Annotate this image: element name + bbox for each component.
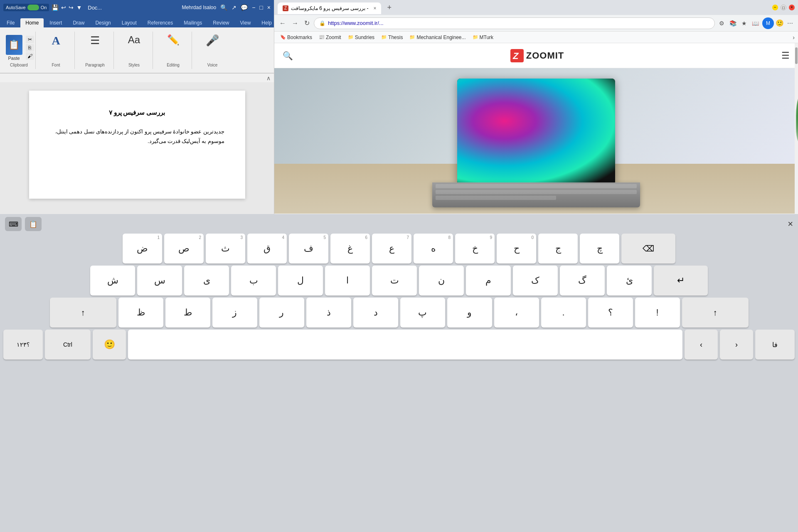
bookmark-zoomit[interactable]: 📰 Zoomit bbox=[316, 34, 344, 41]
tab-file[interactable]: File bbox=[2, 18, 20, 27]
key-zayn[interactable]: ز bbox=[212, 298, 257, 328]
key-1-dad[interactable]: 1 ض bbox=[123, 234, 162, 264]
favorites-button[interactable]: ★ bbox=[740, 18, 749, 28]
share-icon[interactable]: ↗ bbox=[232, 4, 236, 11]
key-ra[interactable]: ر bbox=[259, 298, 304, 328]
browser-close-button[interactable]: × bbox=[789, 5, 795, 10]
collapse-ribbon-button[interactable]: ∧ bbox=[266, 75, 271, 81]
keyboard-layout-icon[interactable]: ⌨ bbox=[5, 217, 22, 231]
key-5-fa[interactable]: 5 ف bbox=[289, 234, 328, 264]
key-arrow-right[interactable]: › bbox=[720, 330, 753, 360]
key-backspace[interactable]: ⌫ bbox=[621, 234, 675, 264]
key-arrow-left[interactable]: ‹ bbox=[685, 330, 718, 360]
bookmark-sundries[interactable]: 📁 Sundries bbox=[345, 34, 377, 41]
smiley-icon[interactable]: 🙂 bbox=[776, 19, 784, 27]
key-mim[interactable]: م bbox=[466, 266, 511, 296]
tab-view[interactable]: View bbox=[235, 18, 256, 27]
zoomit-search-icon[interactable]: 🔍 bbox=[283, 51, 293, 61]
format-painter-icon[interactable]: 🖌 bbox=[26, 52, 34, 60]
undo-icon[interactable]: ↩ bbox=[61, 4, 66, 11]
scrollbar-thumb[interactable] bbox=[795, 47, 798, 64]
key-ye[interactable]: ی bbox=[184, 266, 229, 296]
key-zal2[interactable]: ذ bbox=[306, 298, 351, 328]
key-9-khe[interactable]: 9 خ bbox=[455, 234, 495, 264]
dropdown-icon[interactable]: ▼ bbox=[76, 4, 82, 11]
key-3-se[interactable]: 3 ث bbox=[206, 234, 245, 264]
key-waw[interactable]: و bbox=[447, 298, 492, 328]
key-numbers-toggle[interactable]: ؟١٢٣ bbox=[3, 330, 43, 360]
key-ta[interactable]: ط bbox=[165, 298, 210, 328]
collections-button[interactable]: 📚 bbox=[728, 18, 738, 28]
tab-review[interactable]: Review bbox=[208, 18, 234, 27]
document-body[interactable]: جدیدترین عضو خانوادهٔ سرفیس پرو اکنون از… bbox=[50, 127, 224, 146]
zoomit-menu-icon[interactable]: ☰ bbox=[781, 50, 790, 61]
key-shift-left[interactable]: ↑ bbox=[50, 298, 116, 328]
key-shift-right[interactable]: ↑ bbox=[682, 298, 749, 328]
comment-icon[interactable]: 💬 bbox=[241, 4, 248, 11]
key-alef[interactable]: ا bbox=[325, 266, 370, 296]
bookmark-mechanical[interactable]: 📁 Mechanical Enginee... bbox=[407, 34, 468, 41]
maximize-icon[interactable]: □ bbox=[259, 4, 263, 11]
browser-tab-active[interactable]: Z بررسی سرفیس پرو 6 مایکروسافت - × bbox=[278, 2, 381, 14]
reading-view-button[interactable]: 📖 bbox=[750, 18, 761, 28]
copy-icon[interactable]: ⎘ bbox=[26, 44, 34, 52]
key-ctrl[interactable]: Ctrl bbox=[45, 330, 91, 360]
key-jim[interactable]: ج bbox=[538, 234, 578, 264]
more-options-button[interactable]: ⋯ bbox=[786, 18, 795, 28]
key-period[interactable]: . bbox=[541, 298, 586, 328]
font-button[interactable]: A bbox=[50, 33, 62, 48]
key-4-qaf[interactable]: 4 ق bbox=[247, 234, 287, 264]
key-6-ghain[interactable]: 6 غ bbox=[330, 234, 370, 264]
styles-button[interactable]: Aa bbox=[126, 33, 142, 47]
key-lam[interactable]: ل bbox=[278, 266, 323, 296]
key-nun[interactable]: ن bbox=[419, 266, 464, 296]
address-field[interactable]: 🔒 https://www.zoomit.ir/... bbox=[314, 17, 715, 29]
key-8-he[interactable]: 8 ه bbox=[414, 234, 453, 264]
key-che[interactable]: چ bbox=[580, 234, 619, 264]
key-te[interactable]: ت bbox=[372, 266, 417, 296]
key-be[interactable]: ب bbox=[231, 266, 276, 296]
tab-home[interactable]: Home bbox=[20, 18, 44, 27]
minimize-icon[interactable]: − bbox=[252, 4, 255, 11]
user-avatar[interactable]: M bbox=[762, 17, 774, 29]
key-emoji[interactable]: 🙂 bbox=[93, 330, 126, 360]
tab-references[interactable]: References bbox=[143, 18, 178, 27]
key-2-sad[interactable]: 2 ص bbox=[164, 234, 204, 264]
key-comma[interactable]: ، bbox=[494, 298, 539, 328]
key-space[interactable] bbox=[128, 330, 682, 360]
bookmark-mturk[interactable]: 📁 MTurk bbox=[470, 34, 496, 41]
cut-icon[interactable]: ✂ bbox=[26, 36, 34, 43]
redo-icon[interactable]: ↪ bbox=[69, 4, 74, 11]
key-exclaim[interactable]: ! bbox=[635, 298, 680, 328]
paste-button[interactable]: 📋 Paste bbox=[4, 34, 24, 62]
close-icon[interactable]: × bbox=[267, 4, 271, 11]
paragraph-button[interactable]: ☰ bbox=[89, 33, 101, 48]
key-fa-toggle[interactable]: فا bbox=[755, 330, 795, 360]
key-enter[interactable]: ↵ bbox=[654, 266, 708, 296]
tab-design[interactable]: Design bbox=[90, 18, 116, 27]
autosave-toggle[interactable] bbox=[27, 5, 39, 10]
key-gaf[interactable]: گ bbox=[560, 266, 605, 296]
refresh-button[interactable]: ↻ bbox=[303, 17, 311, 29]
extensions-button[interactable]: ⚙ bbox=[717, 18, 726, 28]
bookmark-thesis[interactable]: 📁 Thesis bbox=[379, 34, 405, 41]
forward-button[interactable]: → bbox=[290, 18, 300, 29]
tab-insert[interactable]: Insert bbox=[44, 18, 67, 27]
dictate-button[interactable]: 🎤 bbox=[204, 33, 221, 48]
keyboard-clipboard-icon[interactable]: 📋 bbox=[25, 217, 42, 231]
save-icon[interactable]: 💾 bbox=[52, 4, 59, 11]
search-icon[interactable]: 🔍 bbox=[220, 4, 227, 11]
bookmark-bookmarks[interactable]: 🔖 Bookmarks bbox=[278, 34, 315, 41]
tab-layout[interactable]: Layout bbox=[117, 18, 142, 27]
key-sin[interactable]: س bbox=[137, 266, 182, 296]
editing-button[interactable]: ✏️ bbox=[165, 33, 181, 47]
key-kaf[interactable]: ک bbox=[513, 266, 558, 296]
back-button[interactable]: ← bbox=[278, 18, 288, 29]
keyboard-close-button[interactable]: × bbox=[788, 219, 793, 229]
browser-maximize-button[interactable]: □ bbox=[781, 5, 786, 10]
tab-draw[interactable]: Draw bbox=[68, 18, 89, 27]
key-ye-hamze[interactable]: ئ bbox=[607, 266, 652, 296]
new-tab-button[interactable]: + bbox=[384, 3, 394, 12]
tab-mailings[interactable]: Mailings bbox=[179, 18, 207, 27]
browser-minimize-button[interactable]: − bbox=[772, 5, 778, 10]
